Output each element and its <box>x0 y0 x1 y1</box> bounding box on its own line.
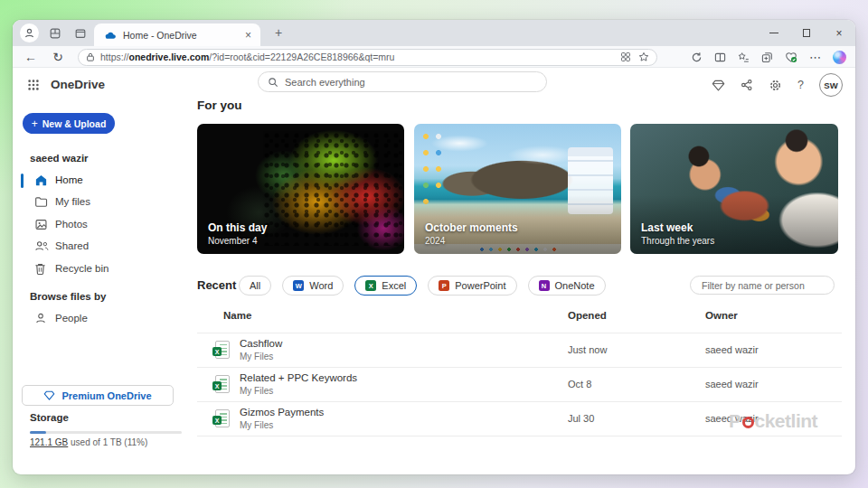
workspaces-button[interactable] <box>45 23 64 42</box>
help-icon[interactable]: ? <box>797 79 804 91</box>
browser-window: Home - OneDrive × + × ← ↻ https://onedri… <box>13 20 855 474</box>
excel-file-icon: X <box>215 375 230 393</box>
active-indicator <box>21 174 24 188</box>
powerpoint-icon: P <box>439 280 449 291</box>
trash-icon <box>34 262 46 276</box>
onedrive-header: OneDrive ? SW <box>13 68 855 102</box>
tab-actions-button[interactable] <box>71 23 90 42</box>
storage-heading: Storage <box>30 412 69 423</box>
sidebar-item-shared[interactable]: Shared <box>13 236 193 258</box>
browser-profile-button[interactable] <box>20 23 39 42</box>
storage-usage-text: 121.1 GB used of 1 TB (11%) <box>30 437 147 447</box>
sidebar-item-my-files[interactable]: My files <box>13 192 193 213</box>
account-avatar[interactable]: SW <box>819 73 843 97</box>
app-launcher-icon[interactable] <box>27 79 40 91</box>
folder-icon <box>34 195 48 209</box>
address-bar[interactable]: https://onedrive.live.com/?id=root&cid=2… <box>78 49 657 66</box>
favorite-this-page-icon[interactable] <box>638 52 649 62</box>
app-title: OneDrive <box>51 78 105 91</box>
premium-diamond-icon[interactable] <box>712 80 725 91</box>
sync-icon[interactable] <box>691 52 703 63</box>
file-name[interactable]: Cashflow <box>240 338 282 349</box>
card-subtitle: November 4 <box>208 236 267 246</box>
table-row[interactable]: X Related + PPC Keywords My Files Oct 8 … <box>197 367 842 401</box>
storage-used-link[interactable]: 121.1 GB <box>30 437 68 447</box>
photo-icon <box>34 218 48 231</box>
filter-excel[interactable]: X Excel <box>354 276 417 296</box>
storage-bar-fill <box>30 431 46 434</box>
file-owner: saeed wazir <box>705 379 759 389</box>
sidebar-item-home[interactable]: Home <box>13 170 193 192</box>
plus-icon: + <box>32 117 38 130</box>
file-location: My Files <box>240 352 273 361</box>
url-text: https://onedrive.live.com/?id=root&cid=2… <box>100 52 613 62</box>
word-icon: W <box>293 280 304 291</box>
minimize-button[interactable] <box>758 20 790 46</box>
premium-onedrive-button[interactable]: Premium OneDrive <box>22 385 174 406</box>
profile-icon <box>24 27 35 39</box>
settings-gear-icon[interactable] <box>769 79 782 92</box>
tab-home-onedrive[interactable]: Home - OneDrive × <box>94 23 260 46</box>
browse-files-by-heading: Browse files by <box>30 291 106 302</box>
recent-filter-pills: All W Word X Excel P PowerPoint N OneNot… <box>239 276 606 296</box>
card-title: Last week <box>641 221 714 234</box>
restore-button[interactable] <box>790 20 823 46</box>
excel-file-icon: X <box>215 341 230 359</box>
share-nodes-icon[interactable] <box>741 79 753 91</box>
search-box[interactable] <box>258 71 547 92</box>
filter-word[interactable]: W Word <box>282 276 344 296</box>
leopard-image <box>263 132 404 247</box>
collections-icon[interactable] <box>761 52 773 63</box>
close-window-button[interactable]: × <box>823 20 855 46</box>
split-screen-icon[interactable] <box>714 52 726 63</box>
for-you-card-on-this-day[interactable]: On this day November 4 <box>197 124 404 254</box>
file-location: My Files <box>240 386 273 396</box>
for-you-card-october-moments[interactable]: October moments 2024 <box>414 124 621 254</box>
card-subtitle: 2024 <box>425 236 518 246</box>
settings-more-icon[interactable]: ⋯ <box>809 51 821 64</box>
watermark-o-icon <box>742 417 754 428</box>
excel-icon: X <box>365 280 376 291</box>
filter-all[interactable]: All <box>239 276 271 296</box>
sidebar-owner-name: saeed wazir <box>30 153 89 164</box>
filter-input-box[interactable] <box>690 276 835 295</box>
storage-progress-bar <box>30 431 182 434</box>
sidebar-item-people[interactable]: People <box>13 308 193 330</box>
filter-input[interactable] <box>702 280 823 291</box>
workspaces-icon <box>49 27 61 40</box>
tab-strip: Home - OneDrive × + × <box>13 20 855 46</box>
for-you-card-last-week[interactable]: Last week Through the years <box>630 124 838 254</box>
excel-file-icon: X <box>215 409 230 427</box>
filter-onenote[interactable]: N OneNote <box>528 276 606 296</box>
header-actions: ? SW <box>712 68 843 102</box>
minimize-icon <box>769 33 778 33</box>
search-input[interactable] <box>285 77 520 88</box>
copilot-icon[interactable] <box>833 51 846 64</box>
sidebar-item-photos[interactable]: Photos <box>13 214 193 236</box>
column-name[interactable]: Name <box>223 310 251 321</box>
file-location: My Files <box>240 420 273 430</box>
new-tab-button[interactable]: + <box>269 24 288 42</box>
refresh-button[interactable]: ↻ <box>49 48 67 66</box>
window-controls: × <box>758 20 855 46</box>
person-icon <box>34 312 47 324</box>
file-name[interactable]: Related + PPC Keywords <box>240 372 357 383</box>
new-upload-button[interactable]: + New & Upload <box>23 113 115 134</box>
card-title: October moments <box>425 221 518 234</box>
column-opened[interactable]: Opened <box>568 310 607 321</box>
recent-heading: Recent <box>197 276 236 296</box>
for-you-heading: For you <box>197 99 242 112</box>
filter-powerpoint[interactable]: P PowerPoint <box>428 276 516 296</box>
back-button[interactable]: ← <box>22 48 40 66</box>
tab-close-icon[interactable]: × <box>243 29 253 42</box>
browser-essentials-icon[interactable] <box>785 52 797 63</box>
file-name[interactable]: Gizmos Payments <box>240 407 324 418</box>
table-row[interactable]: X Cashflow My Files Just now saeed wazir <box>197 333 842 367</box>
card-subtitle: Through the years <box>641 236 714 246</box>
pocket-lint-watermark: Pcketlint <box>729 410 817 432</box>
diamond-icon <box>43 390 55 400</box>
favorites-icon[interactable] <box>738 52 750 63</box>
install-app-icon[interactable] <box>620 52 631 62</box>
column-owner[interactable]: Owner <box>705 310 738 321</box>
sidebar-item-recycle-bin[interactable]: Recycle bin <box>13 258 193 280</box>
